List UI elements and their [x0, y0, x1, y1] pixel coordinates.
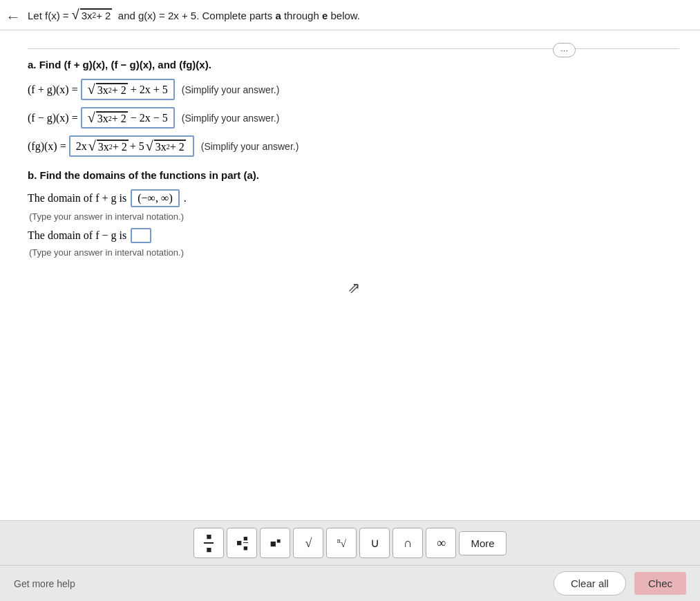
part-b-label: b. Find the domains of the functions in …: [28, 169, 679, 181]
domain-fg-plus-value: (−∞, ∞): [131, 189, 180, 207]
get-more-help-text: Get more help: [14, 578, 545, 589]
mixed-number-button[interactable]: ■ ■ ■: [227, 528, 257, 558]
domain-fg-minus-input[interactable]: [131, 228, 151, 243]
bottom-footer: Get more help Clear all Chec: [0, 565, 700, 601]
fg-plus-answer: √3x2 + 2 + 2x + 5: [81, 79, 175, 100]
problem-text: Let f(x) = √3x2 + 2 and g(x) = 2x + 5. C…: [28, 7, 360, 23]
main-content: ··· a. Find (f + g)(x), (f − g)(x), and …: [0, 30, 700, 520]
intersection-button[interactable]: ∩: [392, 528, 423, 558]
more-button[interactable]: More: [459, 531, 506, 555]
superscript-button[interactable]: ■■: [260, 528, 290, 558]
domain-fg-minus-prefix: The domain of f − g is: [28, 229, 126, 242]
cursor-area: ⇗: [28, 279, 679, 297]
part-a-label: a. Find (f + g)(x), (f − g)(x), and (fg)…: [28, 59, 679, 70]
fraction-button[interactable]: ■ ■: [193, 528, 224, 558]
fg-minus-lhs: (f − g)(x) =: [28, 112, 78, 124]
back-arrow[interactable]: ←: [6, 8, 21, 26]
cursor-icon: ⇗: [348, 279, 360, 297]
domain-fg-plus-dot: .: [184, 192, 187, 204]
domain-fg-plus-block: The domain of f + g is (−∞, ∞) . (Type y…: [28, 189, 679, 222]
divider: [28, 48, 679, 49]
fg-minus-answer: √3x2 + 2 − 2x − 5: [81, 107, 175, 128]
f-func: √3x2 + 2: [72, 7, 113, 23]
fg-plus-line: (f + g)(x) = √3x2 + 2 + 2x + 5 (Simplify…: [28, 79, 679, 100]
problem-statement: Let f(x) = √3x2 + 2 and g(x) = 2x + 5. C…: [0, 0, 700, 30]
fg-prod-line: (fg)(x) = 2x √3x2 + 2 + 5 √3x2 + 2 (Simp…: [28, 135, 679, 157]
fg-minus-simplify: (Simplify your answer.): [182, 113, 280, 124]
domain-fg-minus-note: (Type your answer in interval notation.): [29, 247, 184, 258]
check-button[interactable]: Chec: [634, 572, 686, 595]
nth-root-button[interactable]: n√: [326, 528, 357, 558]
clear-all-button[interactable]: Clear all: [554, 571, 626, 595]
fg-plus-simplify: (Simplify your answer.): [182, 84, 280, 95]
infinity-button[interactable]: ∞: [426, 528, 456, 558]
fg-plus-lhs: (f + g)(x) =: [28, 84, 78, 96]
fg-minus-line: (f − g)(x) = √3x2 + 2 − 2x − 5 (Simplify…: [28, 107, 679, 128]
fg-prod-answer: 2x √3x2 + 2 + 5 √3x2 + 2: [69, 135, 194, 157]
fg-prod-simplify: (Simplify your answer.): [201, 141, 299, 152]
domain-fg-minus-block: The domain of f − g is (Type your answer…: [28, 228, 679, 258]
union-button[interactable]: ∪: [359, 528, 390, 558]
sqrt-button[interactable]: √: [293, 528, 323, 558]
math-toolbar: ■ ■ ■ ■ ■ ■■ √ n√ ∪: [0, 520, 700, 565]
domain-fg-plus-note: (Type your answer in interval notation.): [29, 211, 184, 222]
domain-fg-plus-prefix: The domain of f + g is: [28, 192, 126, 204]
fg-prod-lhs: (fg)(x) =: [28, 140, 66, 153]
ellipsis-button[interactable]: ···: [553, 43, 576, 57]
